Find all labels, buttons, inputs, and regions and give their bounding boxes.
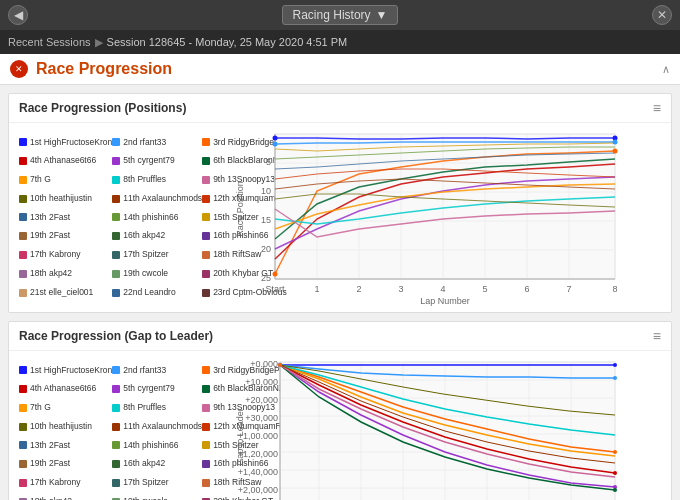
legend-color-dot xyxy=(112,138,120,146)
legend-label: 7th G xyxy=(30,401,51,415)
legend-color-dot xyxy=(202,385,210,393)
legend-color-dot xyxy=(19,195,27,203)
svg-text:6: 6 xyxy=(524,284,529,294)
legend-color-dot xyxy=(19,460,27,468)
collapse-button[interactable]: ∧ xyxy=(662,63,670,76)
legend-label: 11th Axalaunchmods xyxy=(123,192,202,206)
legend-label: 18th akp42 xyxy=(30,495,72,500)
legend-color-dot xyxy=(202,195,210,203)
svg-text:10: 10 xyxy=(261,186,271,196)
legend-item: 19th 2Fast xyxy=(19,227,112,246)
svg-text:7: 7 xyxy=(566,284,571,294)
legend-color-dot xyxy=(112,460,120,468)
legend-item: 16th akp42 xyxy=(112,227,202,246)
legend-color-dot xyxy=(112,270,120,278)
legend-color-dot xyxy=(19,232,27,240)
svg-text:25: 25 xyxy=(261,273,271,283)
legend-color-dot xyxy=(112,479,120,487)
legend-color-dot xyxy=(112,441,120,449)
svg-point-35 xyxy=(273,272,278,277)
recent-sessions-link[interactable]: Recent Sessions xyxy=(8,36,91,48)
legend-color-dot xyxy=(202,423,210,431)
legend-label: 17th Kabrony xyxy=(30,476,81,490)
session-label: Session 128645 - Monday, 25 May 2020 4:5… xyxy=(107,36,348,48)
legend-item: 21st elle_ciel001 xyxy=(19,283,112,302)
legend-color-dot xyxy=(112,423,120,431)
legend-item: 13th 2Fast xyxy=(19,208,112,227)
legend-color-dot xyxy=(19,479,27,487)
legend-color-dot xyxy=(202,157,210,165)
legend-label: 7th G xyxy=(30,173,51,187)
legend-item: 19th cwcole xyxy=(112,264,202,283)
legend-color-dot xyxy=(19,138,27,146)
legend-color-dot xyxy=(112,213,120,221)
svg-text:Lap Number: Lap Number xyxy=(420,296,470,306)
svg-text:5: 5 xyxy=(266,157,271,167)
legend-item: 16th akp42 xyxy=(112,455,202,474)
legend-color-dot xyxy=(202,176,210,184)
legend-color-dot xyxy=(19,289,27,297)
chart1-legend: 1st HighFructoseKron2nd rfant333rd Ridgy… xyxy=(15,129,235,306)
dropdown-label: Racing History xyxy=(293,8,371,22)
svg-text:5: 5 xyxy=(482,284,487,294)
chart1-header: Race Progression (Positions) ≡ xyxy=(9,94,671,123)
legend-item: 1st HighFructoseKron xyxy=(19,133,112,152)
legend-item: 14th phishin66 xyxy=(112,436,202,455)
legend-color-dot xyxy=(19,441,27,449)
svg-point-77 xyxy=(613,376,617,380)
legend-label: 19th cwcole xyxy=(123,267,168,281)
legend-label: 18th akp42 xyxy=(30,267,72,281)
chart2-menu-icon[interactable]: ≡ xyxy=(653,328,661,344)
main-content: ✕ Race Progression ∧ Race Progression (P… xyxy=(0,54,680,500)
legend-label: 19th 2Fast xyxy=(30,229,70,243)
legend-item: 10th heathijustin xyxy=(19,417,112,436)
legend-item: 5th cyrgent79 xyxy=(112,380,202,399)
legend-item: 8th Pruffles xyxy=(112,171,202,190)
svg-text:+30,000: +30,000 xyxy=(245,413,278,423)
legend-label: 19th 2Fast xyxy=(30,457,70,471)
legend-label: 13th 2Fast xyxy=(30,211,70,225)
legend-color-dot xyxy=(202,479,210,487)
chart2-legend: 1st HighFructoseKron2nd rfant333rd Ridgy… xyxy=(15,357,235,500)
legend-label: 8th Pruffles xyxy=(123,401,166,415)
svg-text:1: 1 xyxy=(314,284,319,294)
chart1-svg: 25 20 15 10 5 Start 1 2 3 4 5 6 7 8 La xyxy=(235,129,625,304)
legend-label: 4th Athanase6t66 xyxy=(30,382,96,396)
svg-text:+1,40,000: +1,40,000 xyxy=(238,467,278,477)
legend-color-dot xyxy=(202,460,210,468)
svg-point-34 xyxy=(613,140,618,145)
legend-color-dot xyxy=(19,404,27,412)
legend-color-dot xyxy=(19,213,27,221)
svg-text:+20,000: +20,000 xyxy=(245,395,278,405)
chart1-menu-icon[interactable]: ≡ xyxy=(653,100,661,116)
breadcrumb-bar: Recent Sessions ▶ Session 128645 - Monda… xyxy=(0,30,680,54)
close-button[interactable]: ✕ xyxy=(652,5,672,25)
legend-item: 4th Athanase6t66 xyxy=(19,152,112,171)
svg-point-79 xyxy=(613,450,617,454)
legend-item: 7th G xyxy=(19,171,112,190)
legend-label: 14th phishin66 xyxy=(123,439,178,453)
legend-item: 8th Pruffles xyxy=(112,399,202,418)
legend-label: 2nd rfant33 xyxy=(123,364,166,378)
legend-color-dot xyxy=(19,251,27,259)
legend-label: 10th heathijustin xyxy=(30,192,92,206)
legend-label: 17th Kabrony xyxy=(30,248,81,262)
chart2-header: Race Progression (Gap to Leader) ≡ xyxy=(9,322,671,351)
legend-label: 5th cyrgent79 xyxy=(123,154,175,168)
legend-color-dot xyxy=(202,138,210,146)
svg-text:2: 2 xyxy=(356,284,361,294)
legend-item: 7th G xyxy=(19,399,112,418)
legend-label: 1st HighFructoseKron xyxy=(30,364,112,378)
legend-color-dot xyxy=(112,404,120,412)
svg-rect-37 xyxy=(280,362,615,500)
legend-color-dot xyxy=(202,270,210,278)
legend-label: 11th Axalaunchmods xyxy=(123,420,202,434)
racing-history-dropdown[interactable]: Racing History ▼ xyxy=(282,5,399,25)
legend-label: 5th cyrgent79 xyxy=(123,382,175,396)
back-button[interactable]: ◀ xyxy=(8,5,28,25)
legend-color-dot xyxy=(112,232,120,240)
svg-text:3: 3 xyxy=(398,284,403,294)
legend-color-dot xyxy=(19,157,27,165)
legend-label: 17th Spitzer xyxy=(123,248,168,262)
chart2-svg: +0.000 +10,000 +20,000 +30,000 +1,00.000… xyxy=(235,357,625,500)
